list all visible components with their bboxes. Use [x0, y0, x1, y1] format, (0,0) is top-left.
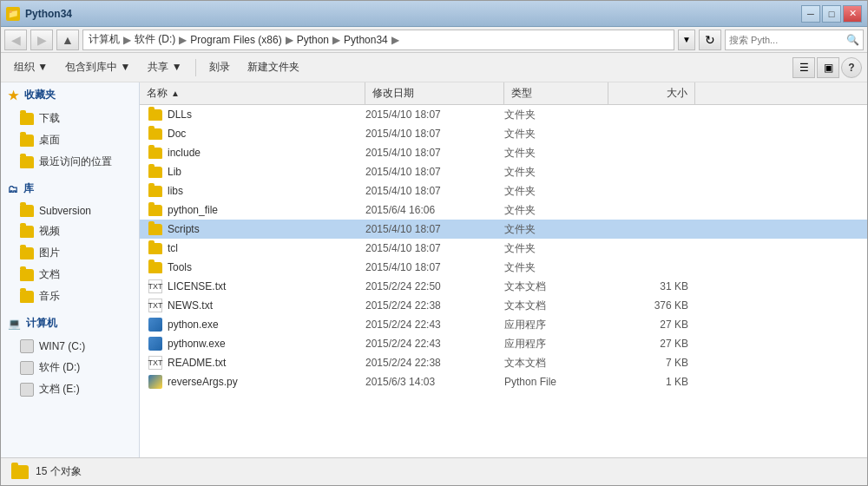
- sidebar-item-desktop[interactable]: 桌面: [1, 129, 139, 151]
- file-row[interactable]: pythonw.exe 2015/2/24 22:43 应用程序 27 KB: [140, 334, 867, 353]
- sidebar-computer-header[interactable]: 💻 计算机: [1, 311, 139, 336]
- window: 📁 Python34 ─ □ ✕ ◀ ▶ ▲ 计算机 ▶ 软件 (D:) ▶ P…: [0, 0, 868, 486]
- folder-icon: [20, 113, 34, 125]
- file-row[interactable]: DLLs 2015/4/10 18:07 文件夹: [140, 105, 867, 124]
- sidebar-item-downloads[interactable]: 下载: [1, 108, 139, 129]
- path-python34[interactable]: Python34: [344, 34, 388, 46]
- maximize-button[interactable]: □: [822, 5, 841, 23]
- column-date-header[interactable]: 修改日期: [365, 82, 504, 104]
- file-type: 文本文档: [504, 299, 608, 313]
- up-button[interactable]: ▲: [56, 30, 79, 50]
- file-date: 2015/2/24 22:43: [365, 338, 504, 350]
- share-button[interactable]: 共享 ▼: [140, 56, 189, 80]
- file-name: Tools: [168, 261, 192, 273]
- file-list: DLLs 2015/4/10 18:07 文件夹 Doc 2015/4/10 1…: [140, 105, 867, 457]
- file-type: 文件夹: [504, 241, 608, 256]
- toolbar-view-section: ☰ ▣ ?: [792, 57, 862, 78]
- back-button[interactable]: ◀: [4, 30, 27, 50]
- file-name-cell: Scripts: [140, 223, 365, 235]
- file-date: 2015/2/24 22:38: [365, 299, 504, 312]
- file-row[interactable]: reverseArgs.py 2015/6/3 14:03 Python Fil…: [140, 372, 867, 391]
- file-row[interactable]: libs 2015/4/10 18:07 文件夹: [140, 181, 867, 200]
- sidebar-item-subversion[interactable]: Subversion: [1, 201, 139, 220]
- file-type: 文本文档: [504, 356, 608, 371]
- folder-icon: [20, 135, 34, 147]
- sidebar-item-music[interactable]: 音乐: [1, 286, 139, 307]
- column-size-header[interactable]: 大小: [608, 82, 695, 104]
- sidebar-item-label: 最近访问的位置: [39, 154, 112, 169]
- folder-icon: [148, 148, 162, 159]
- sidebar-item-recent[interactable]: 最近访问的位置: [1, 151, 139, 173]
- file-date: 2015/4/10 18:07: [365, 185, 504, 197]
- folder-icon: [20, 205, 34, 217]
- view-toggle-button[interactable]: ☰: [792, 57, 815, 78]
- file-type: 文本文档: [504, 279, 608, 294]
- sidebar-favorites-header[interactable]: ★ 收藏夹: [1, 82, 139, 108]
- file-row[interactable]: TXT NEWS.txt 2015/2/24 22:38 文本文档 376 KB: [140, 296, 867, 315]
- exe-icon: [148, 318, 162, 332]
- file-name-cell: TXT NEWS.txt: [140, 299, 365, 312]
- file-name: README.txt: [168, 357, 226, 369]
- sidebar-favorites-section: ★ 收藏夹 下载 桌面 最近访问的位置: [1, 82, 139, 173]
- file-name: python.exe: [168, 319, 219, 331]
- path-computer[interactable]: 计算机: [89, 32, 120, 47]
- file-row[interactable]: tcl 2015/4/10 18:07 文件夹: [140, 239, 867, 258]
- file-name-cell: libs: [140, 185, 365, 197]
- sidebar-item-documents[interactable]: 文档: [1, 264, 139, 286]
- file-row[interactable]: Scripts 2015/4/10 18:07 文件夹: [140, 220, 867, 239]
- organize-button[interactable]: 组织 ▼: [6, 56, 56, 80]
- file-type: 文件夹: [504, 108, 608, 122]
- file-row[interactable]: TXT LICENSE.txt 2015/2/24 22:50 文本文档 31 …: [140, 277, 867, 296]
- library-button[interactable]: 包含到库中 ▼: [57, 56, 138, 80]
- address-path[interactable]: 计算机 ▶ 软件 (D:) ▶ Program Files (x86) ▶ Py…: [82, 30, 674, 50]
- sidebar-item-drive-d[interactable]: 软件 (D:): [1, 357, 139, 378]
- path-drive[interactable]: 软件 (D:): [135, 32, 175, 47]
- column-type-header[interactable]: 类型: [504, 82, 608, 104]
- file-row[interactable]: Doc 2015/4/10 18:07 文件夹: [140, 124, 867, 143]
- forward-button[interactable]: ▶: [30, 30, 53, 50]
- sort-indicator: ▲: [171, 89, 180, 98]
- minimize-button[interactable]: ─: [801, 5, 820, 23]
- sidebar: ★ 收藏夹 下载 桌面 最近访问的位置 🗂: [1, 82, 140, 457]
- close-button[interactable]: ✕: [843, 5, 862, 23]
- file-size: 7 KB: [608, 357, 695, 369]
- folder-icon: [20, 269, 34, 281]
- sidebar-item-label: 桌面: [39, 133, 60, 148]
- burn-button[interactable]: 刻录: [201, 56, 238, 80]
- column-name-header[interactable]: 名称 ▲: [140, 82, 365, 104]
- window-icon: 📁: [6, 7, 20, 21]
- file-type: 文件夹: [504, 203, 608, 218]
- file-name-cell: DLLs: [140, 108, 365, 121]
- sidebar-item-label: WIN7 (C:): [39, 340, 85, 352]
- path-python[interactable]: Python: [297, 34, 329, 46]
- help-button[interactable]: ?: [841, 57, 862, 78]
- file-name-cell: TXT README.txt: [140, 356, 365, 370]
- preview-pane-button[interactable]: ▣: [817, 57, 839, 78]
- file-row[interactable]: python_file 2015/6/4 16:06 文件夹: [140, 200, 867, 220]
- sidebar-item-label: 图片: [39, 246, 60, 260]
- address-dropdown-button[interactable]: ▼: [678, 30, 695, 50]
- file-row[interactable]: TXT README.txt 2015/2/24 22:38 文本文档 7 KB: [140, 353, 867, 372]
- sidebar-item-video[interactable]: 视频: [1, 220, 139, 242]
- file-date: 2015/2/24 22:50: [365, 280, 504, 292]
- sidebar-item-drive-c[interactable]: WIN7 (C:): [1, 336, 139, 357]
- search-input[interactable]: [729, 35, 843, 45]
- file-row[interactable]: include 2015/4/10 18:07 文件夹: [140, 143, 867, 162]
- new-folder-button[interactable]: 新建文件夹: [240, 56, 307, 80]
- sidebar-item-drive-e[interactable]: 文档 (E:): [1, 378, 139, 400]
- search-icon: 🔍: [846, 34, 859, 46]
- path-sep-5: ▶: [391, 34, 399, 46]
- file-row[interactable]: Lib 2015/4/10 18:07 文件夹: [140, 162, 867, 181]
- refresh-button[interactable]: ↻: [699, 30, 721, 50]
- file-name: libs: [168, 185, 183, 197]
- file-row[interactable]: python.exe 2015/2/24 22:43 应用程序 27 KB: [140, 315, 867, 334]
- path-programfiles[interactable]: Program Files (x86): [190, 34, 281, 46]
- sidebar-library-header[interactable]: 🗂 库: [1, 176, 139, 201]
- sidebar-library-label: 库: [23, 181, 34, 196]
- status-folder-icon: [11, 465, 29, 479]
- sidebar-computer-label: 计算机: [26, 316, 57, 331]
- file-row[interactable]: Tools 2015/4/10 18:07 文件夹: [140, 258, 867, 277]
- sidebar-item-images[interactable]: 图片: [1, 242, 139, 264]
- sidebar-computer-section: 💻 计算机 WIN7 (C:) 软件 (D:) 文档 (E:): [1, 311, 139, 400]
- sidebar-library-section: 🗂 库 Subversion 视频 图片 文档: [1, 176, 139, 307]
